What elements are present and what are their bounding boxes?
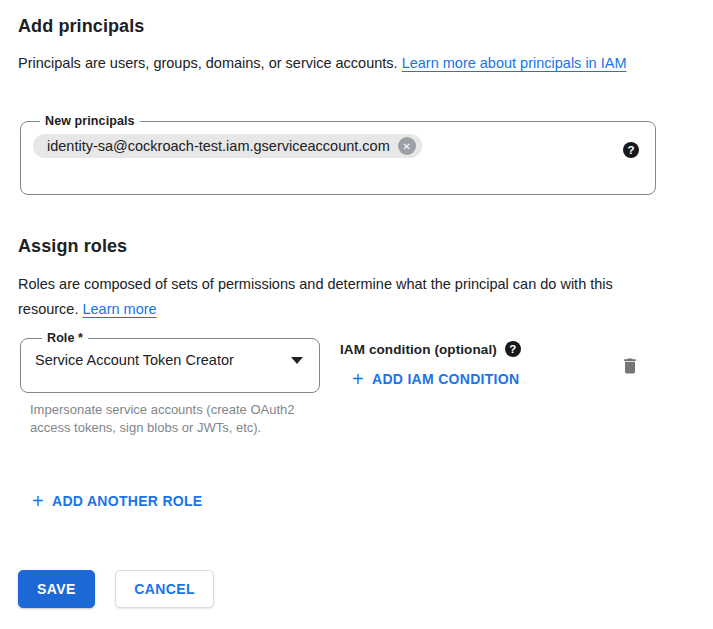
add-iam-condition-label: ADD IAM CONDITION <box>372 371 519 387</box>
plus-icon: + <box>352 371 364 387</box>
learn-more-principals-link[interactable]: Learn more about principals in IAM <box>402 55 627 71</box>
principal-chip-label: identity-sa@cockroach-test.iam.gservicea… <box>47 138 390 154</box>
add-principals-description-text: Principals are users, groups, domains, o… <box>18 55 402 71</box>
add-another-role-label: ADD ANOTHER ROLE <box>52 493 203 509</box>
cancel-button[interactable]: CANCEL <box>115 570 214 608</box>
role-selected-value: Service Account Token Creator <box>35 352 234 368</box>
plus-icon: + <box>32 493 44 509</box>
role-helper-text: Impersonate service accounts (create OAu… <box>30 401 322 436</box>
role-select[interactable]: Role * Service Account Token Creator <box>20 331 320 393</box>
learn-more-roles-link[interactable]: Learn more <box>82 301 156 317</box>
new-principals-help-icon[interactable]: ? <box>623 142 639 158</box>
role-label: Role * <box>42 331 88 345</box>
add-principals-panel: Add principals Principals are users, gro… <box>0 0 713 629</box>
delete-role-button[interactable] <box>616 351 644 381</box>
add-iam-condition-button[interactable]: + ADD IAM CONDITION <box>346 367 525 391</box>
trash-icon <box>620 355 640 377</box>
new-principals-field[interactable]: New principals identity-sa@cockroach-tes… <box>20 114 656 195</box>
save-button[interactable]: SAVE <box>18 570 95 608</box>
new-principals-label: New principals <box>40 114 140 128</box>
add-another-role-button[interactable]: + ADD ANOTHER ROLE <box>26 489 209 513</box>
assign-roles-description: Roles are composed of sets of permission… <box>18 272 670 322</box>
add-principals-title: Add principals <box>18 16 144 37</box>
footer-actions: SAVE CANCEL <box>18 570 214 608</box>
assign-roles-title: Assign roles <box>18 236 127 257</box>
dropdown-arrow-icon <box>291 357 303 364</box>
principal-chip[interactable]: identity-sa@cockroach-test.iam.gservicea… <box>33 134 422 158</box>
iam-condition-section: IAM condition (optional) ? <box>340 341 521 357</box>
iam-condition-help-icon[interactable]: ? <box>505 341 521 357</box>
iam-condition-label: IAM condition (optional) <box>340 342 497 357</box>
add-principals-description: Principals are users, groups, domains, o… <box>18 51 670 76</box>
chip-close-icon[interactable]: ✕ <box>398 137 416 155</box>
